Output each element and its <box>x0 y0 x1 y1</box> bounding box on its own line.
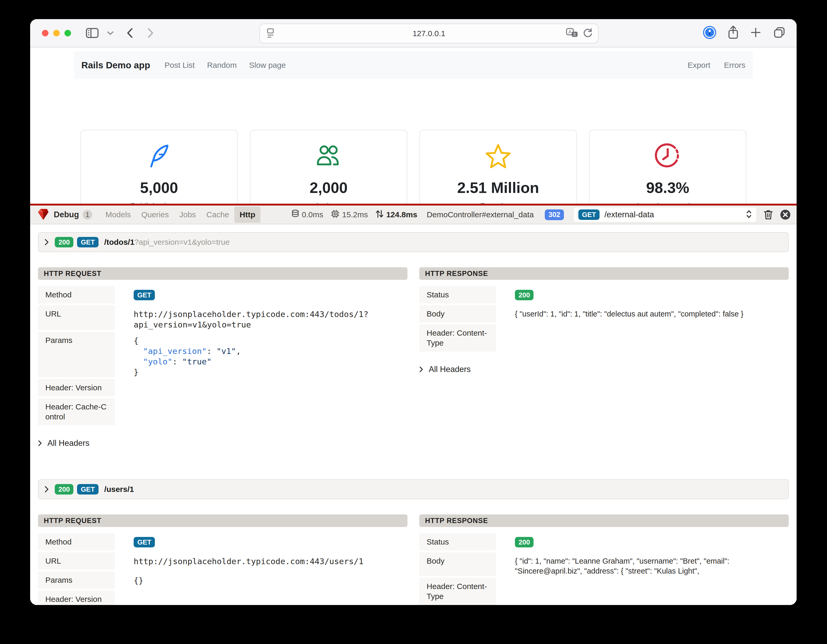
params-row: Params { "api_version": "v1", "yolo": "t… <box>38 332 407 377</box>
ruby-icon <box>36 207 50 222</box>
status-302-badge: 302 <box>545 209 564 220</box>
close-debugbar-icon[interactable] <box>780 209 791 220</box>
request-query: ?api_version=v1&yolo=true <box>134 238 230 246</box>
close-window-button[interactable] <box>42 30 48 36</box>
all-headers-toggle[interactable]: All Headers <box>38 439 407 448</box>
nav-link-random[interactable]: Random <box>207 61 237 70</box>
method-row: Method GET <box>38 286 407 303</box>
tab-jobs[interactable]: Jobs <box>174 207 201 223</box>
nav-link-slow-page[interactable]: Slow page <box>249 61 286 70</box>
back-button[interactable] <box>126 27 133 39</box>
request-summary-row[interactable]: 200 GET /users/1 <box>38 479 789 499</box>
screen: 127.0.0.1 A文 <box>0 0 827 644</box>
chevron-down-icon[interactable] <box>107 31 114 35</box>
response-body: { "id": 1, "name": "Leanne Graham", "use… <box>515 556 785 576</box>
browser-window: 127.0.0.1 A文 <box>30 19 797 605</box>
body-row: Body { "id": 1, "name": "Leanne Graham",… <box>419 552 789 576</box>
status-badge: 200 <box>515 537 534 548</box>
header-content-type-row: Header: Content- Type <box>419 578 789 605</box>
traffic-lights <box>42 30 71 36</box>
url-row: URL http://jsonplaceholder.typicode.com:… <box>38 552 407 570</box>
db-time-metric: 0.0ms <box>292 209 323 220</box>
http-response-panel: HTTP RESPONSE Status 200 Body { "id": 1,… <box>419 515 789 605</box>
app-navbar: Rails Demo app Post List Random Slow pag… <box>74 51 753 79</box>
panel-title: HTTP REQUEST <box>38 515 407 527</box>
nav-link-export[interactable]: Export <box>688 61 710 70</box>
url-row: URL http://jsonplaceholder.typicode.com:… <box>38 305 407 330</box>
tab-overview-icon[interactable] <box>772 26 786 40</box>
debug-count-badge: 1 <box>83 210 92 219</box>
params-row: Params {} <box>38 571 407 589</box>
share-icon[interactable] <box>727 25 739 40</box>
card-value: 2.51 Million <box>420 179 576 196</box>
expand-chevron-icon[interactable] <box>44 238 49 246</box>
nav-link-post-list[interactable]: Post List <box>165 61 195 70</box>
http-request-panel: HTTP REQUEST Method GET URL http://jsonp… <box>38 515 407 605</box>
sidebar-toggle-icon[interactable] <box>86 27 99 39</box>
request-selector[interactable]: GET /external-data <box>573 207 757 222</box>
tab-models[interactable]: Models <box>100 207 136 223</box>
http-request-panel: HTTP REQUEST Method GET URL http://jsonp… <box>38 267 407 448</box>
header-version-row: Header: Version <box>38 591 407 605</box>
total-time-metric: 124.8ms <box>375 209 417 221</box>
debugbar-panel: Debug 1 Models Queries Jobs Cache Http 0… <box>30 204 797 605</box>
forward-button[interactable] <box>147 27 154 39</box>
status-badge: 200 <box>55 237 73 247</box>
expand-chevron-icon[interactable] <box>44 485 49 493</box>
response-body: { "userId": 1, "id": 1, "title": "delect… <box>515 309 743 319</box>
card-value: 98.3% <box>590 179 746 196</box>
address-bar[interactable]: 127.0.0.1 A文 <box>259 23 599 44</box>
debug-brand[interactable]: Debug <box>54 210 79 219</box>
trash-icon[interactable] <box>764 209 773 220</box>
select-chevrons-icon <box>746 210 752 219</box>
method-badge: GET <box>134 290 155 300</box>
status-row: Status 200 <box>419 286 789 303</box>
reader-view-icon[interactable] <box>266 28 275 39</box>
onepassword-icon[interactable] <box>703 26 716 40</box>
svg-text:文: 文 <box>573 32 576 36</box>
app-brand[interactable]: Rails Demo app <box>81 60 150 70</box>
card-value: 5,000 <box>81 179 237 196</box>
method-badge: GET <box>578 209 599 220</box>
request-url: http://jsonplaceholder.typicode.com:443/… <box>134 556 364 566</box>
star-icon <box>420 142 576 170</box>
http-response-panel: HTTP RESPONSE Status 200 Body { "userId"… <box>419 267 789 448</box>
feather-icon <box>81 142 237 170</box>
method-badge: GET <box>77 237 98 247</box>
url-text: 127.0.0.1 <box>260 29 598 38</box>
clock-icon <box>590 142 746 170</box>
panel-title: HTTP RESPONSE <box>419 515 789 527</box>
translate-icon[interactable]: A文 <box>566 28 578 39</box>
svg-text:A: A <box>568 29 571 34</box>
tab-cache[interactable]: Cache <box>201 207 234 223</box>
debugbar-toolbar: Debug 1 Models Queries Jobs Cache Http 0… <box>30 205 797 224</box>
tab-http[interactable]: Http <box>234 207 261 223</box>
nav-link-errors[interactable]: Errors <box>724 61 746 70</box>
cpu-icon <box>331 209 340 220</box>
zoom-window-button[interactable] <box>64 30 71 36</box>
request-path: /todos/1?api_version=v1&yolo=true <box>104 238 230 247</box>
expand-chevron-icon <box>38 440 42 447</box>
reload-icon[interactable] <box>582 28 593 39</box>
request-summary-row[interactable]: 200 GET /todos/1?api_version=v1&yolo=tru… <box>38 232 789 252</box>
status-badge: 200 <box>55 484 73 495</box>
tab-queries[interactable]: Queries <box>136 207 174 223</box>
method-badge: GET <box>134 537 155 548</box>
request-path: /users/1 <box>104 485 134 494</box>
new-tab-icon[interactable] <box>750 27 761 39</box>
selected-request-path: /external-data <box>604 210 654 219</box>
minimize-window-button[interactable] <box>53 30 60 36</box>
arrows-up-down-icon <box>375 209 384 221</box>
panel-title: HTTP REQUEST <box>38 267 407 280</box>
all-headers-toggle[interactable]: All Headers <box>419 365 789 374</box>
page-content: Rails Demo app Post List Random Slow pag… <box>30 47 797 605</box>
params-json: {} <box>134 575 144 586</box>
panel-title: HTTP RESPONSE <box>419 267 789 280</box>
expand-chevron-icon <box>419 366 423 373</box>
people-icon <box>251 142 407 170</box>
browser-toolbar: 127.0.0.1 A文 <box>30 19 797 47</box>
header-content-type-row: Header: Content- Type <box>419 324 789 352</box>
request-url: http://jsonplaceholder.typicode.com:443/… <box>134 309 385 330</box>
status-badge: 200 <box>515 290 534 300</box>
header-cache-control-row: Header: Cache-C ontrol <box>38 398 407 425</box>
